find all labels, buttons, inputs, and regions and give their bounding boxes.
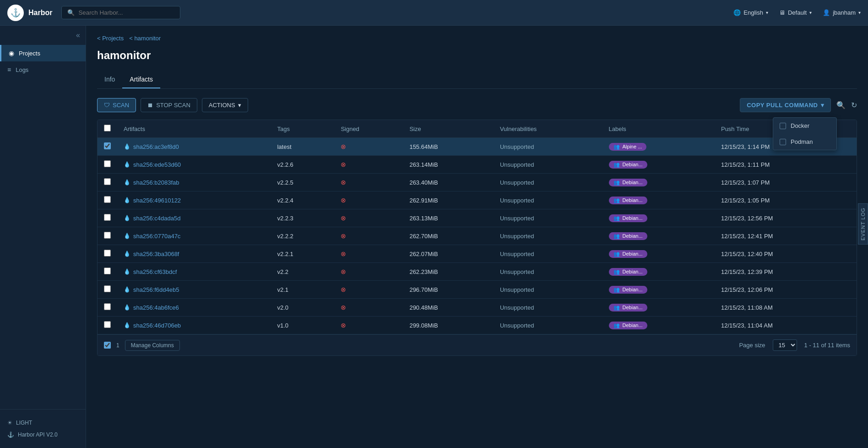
- row-select-checkbox[interactable]: [104, 268, 111, 274]
- logo-circle: ⚓: [7, 5, 24, 21]
- event-log-tab[interactable]: EVENT LOG: [858, 203, 868, 245]
- search-bar[interactable]: 🔍: [61, 6, 180, 19]
- row-label: 👥 Debian...: [602, 227, 715, 245]
- artifact-link[interactable]: 💧 sha256:f6dd4eb5: [124, 286, 264, 293]
- dropdown-item-docker[interactable]: Docker: [773, 118, 836, 134]
- artifact-icon: 💧: [124, 286, 130, 293]
- table-header: Artifacts Tags Signed Size Vulnerabiliti…: [98, 120, 857, 138]
- scan-button[interactable]: 🛡 SCAN: [97, 98, 136, 112]
- row-tag: v1.0: [271, 317, 334, 334]
- label-icon: 👥: [613, 305, 620, 311]
- row-push-time: 12/15/23, 12:39 PM: [715, 263, 857, 281]
- actions-button[interactable]: ACTIONS ▾: [202, 98, 248, 112]
- row-tag: v2.2.2: [271, 227, 334, 245]
- row-artifact: 💧 sha256:46d706eb: [117, 317, 271, 334]
- row-select-checkbox[interactable]: [104, 196, 111, 203]
- row-artifact: 💧 sha256:f6dd4eb5: [117, 281, 271, 299]
- docker-checkbox[interactable]: [780, 123, 786, 129]
- artifacts-table-inner: Artifacts Tags Signed Size Vulnerabiliti…: [98, 120, 857, 334]
- artifact-icon: 💧: [124, 215, 130, 221]
- row-select-checkbox[interactable]: [104, 142, 111, 149]
- row-select-checkbox[interactable]: [104, 321, 111, 328]
- copy-pull-command-button[interactable]: COPY PULL COMMAND ▾: [740, 98, 831, 112]
- main-content: < Projects < hamonitor hamonitor Info Ar…: [86, 26, 868, 448]
- footer-checkbox[interactable]: [104, 342, 111, 349]
- app-logo[interactable]: ⚓ Harbor: [7, 5, 52, 21]
- manage-columns-button[interactable]: Manage Columns: [125, 340, 180, 351]
- label-badge: 👥 Debian...: [609, 268, 647, 276]
- artifact-link[interactable]: 💧 sha256:ede53d60: [124, 161, 264, 168]
- scan-icon: 🛡: [104, 102, 110, 109]
- breadcrumb: < Projects < hamonitor: [97, 35, 857, 42]
- language-selector[interactable]: 🌐 English ▾: [733, 9, 768, 16]
- select-all-checkbox[interactable]: [104, 125, 111, 131]
- artifact-link[interactable]: 💧 sha256:4ab6fce6: [124, 304, 264, 311]
- row-select-checkbox[interactable]: [104, 178, 111, 185]
- artifact-link[interactable]: 💧 sha256:0770a47c: [124, 233, 264, 240]
- row-artifact: 💧 sha256:b2083fab: [117, 174, 271, 191]
- artifact-link[interactable]: 💧 sha256:c4dada5d: [124, 215, 264, 222]
- theme-selector[interactable]: 🖥 Default ▾: [779, 9, 812, 16]
- search-input[interactable]: [78, 9, 174, 16]
- col-tags: Tags: [271, 120, 334, 138]
- row-select-checkbox[interactable]: [104, 285, 111, 292]
- label-icon: 👥: [613, 144, 620, 150]
- row-vulnerabilities: Unsupported: [494, 209, 602, 227]
- row-select-checkbox[interactable]: [104, 160, 111, 167]
- user-menu[interactable]: 👤 jbanham ▾: [823, 9, 861, 16]
- label-badge: 👥 Debian...: [609, 286, 647, 294]
- refresh-icon[interactable]: ↻: [851, 101, 857, 109]
- row-label: 👥 Debian...: [602, 156, 715, 174]
- row-tag: v2.2.4: [271, 191, 334, 209]
- row-select-checkbox[interactable]: [104, 250, 111, 257]
- row-size: 155.64MiB: [403, 138, 494, 156]
- pagination-controls: Page size 15 25 50 1 - 11 of 11 items: [739, 339, 850, 351]
- breadcrumb-projects[interactable]: < Projects: [97, 35, 124, 42]
- user-icon: 👤: [823, 9, 830, 16]
- podman-checkbox[interactable]: [780, 139, 786, 145]
- chevron-down-icon: ▾: [766, 10, 768, 15]
- row-size: 262.07MiB: [403, 245, 494, 263]
- language-label: English: [743, 9, 763, 16]
- dropdown-item-podman[interactable]: Podman: [773, 134, 836, 150]
- table-row: 💧 sha256:3ba3068f v2.2.1 ⊗ 262.07MiB Uns…: [98, 245, 857, 263]
- row-select-checkbox[interactable]: [104, 303, 111, 310]
- tab-artifacts[interactable]: Artifacts: [122, 71, 160, 88]
- artifact-link[interactable]: 💧 sha256:cf63bdcf: [124, 268, 264, 275]
- row-signed: ⊗: [334, 245, 403, 263]
- row-size: 263.14MiB: [403, 156, 494, 174]
- row-select-checkbox[interactable]: [104, 232, 111, 239]
- artifact-link[interactable]: 💧 sha256:3ba3068f: [124, 251, 264, 257]
- row-checkbox-cell: [98, 138, 117, 156]
- row-checkbox-cell: [98, 281, 117, 299]
- search-icon[interactable]: 🔍: [836, 101, 846, 109]
- sidebar-light-mode[interactable]: ☀ LIGHT: [7, 417, 78, 429]
- logs-icon: ≡: [7, 66, 11, 73]
- label-icon: 👥: [613, 215, 620, 221]
- label-badge: 👥 Debian...: [609, 232, 647, 240]
- sidebar-item-projects[interactable]: ◉ Projects: [0, 45, 86, 61]
- api-icon: ⚓: [7, 432, 14, 438]
- search-icon: 🔍: [67, 9, 75, 16]
- page-size-select[interactable]: 15 25 50: [773, 339, 797, 351]
- artifact-link[interactable]: 💧 sha256:49610122: [124, 197, 264, 204]
- sidebar-item-logs[interactable]: ≡ Logs: [0, 61, 86, 78]
- artifact-icon: 💧: [124, 233, 130, 239]
- label-icon: 👥: [613, 287, 620, 293]
- label-badge: 👥 Debian...: [609, 197, 647, 204]
- row-vulnerabilities: Unsupported: [494, 174, 602, 191]
- artifact-link[interactable]: 💧 sha256:46d706eb: [124, 322, 264, 329]
- row-select-checkbox[interactable]: [104, 214, 111, 221]
- sidebar-toggle[interactable]: «: [0, 29, 86, 45]
- row-tag: v2.2.3: [271, 209, 334, 227]
- tab-info[interactable]: Info: [97, 71, 122, 88]
- globe-icon: 🌐: [733, 9, 741, 16]
- artifact-link[interactable]: 💧 sha256:b2083fab: [124, 179, 264, 186]
- breadcrumb-hamonitor[interactable]: < hamonitor: [129, 35, 161, 42]
- row-push-time: 12/15/23, 1:05 PM: [715, 191, 857, 209]
- label-badge: 👥 Debian...: [609, 322, 647, 329]
- table-row: 💧 sha256:ac3ef8d0 latest ⊗ 155.64MiB Uns…: [98, 138, 857, 156]
- sidebar-api-link[interactable]: ⚓ Harbor API V2.0: [7, 429, 78, 441]
- stop-scan-button[interactable]: ⏹ STOP SCAN: [141, 98, 197, 112]
- artifact-link[interactable]: 💧 sha256:ac3ef8d0: [124, 143, 264, 150]
